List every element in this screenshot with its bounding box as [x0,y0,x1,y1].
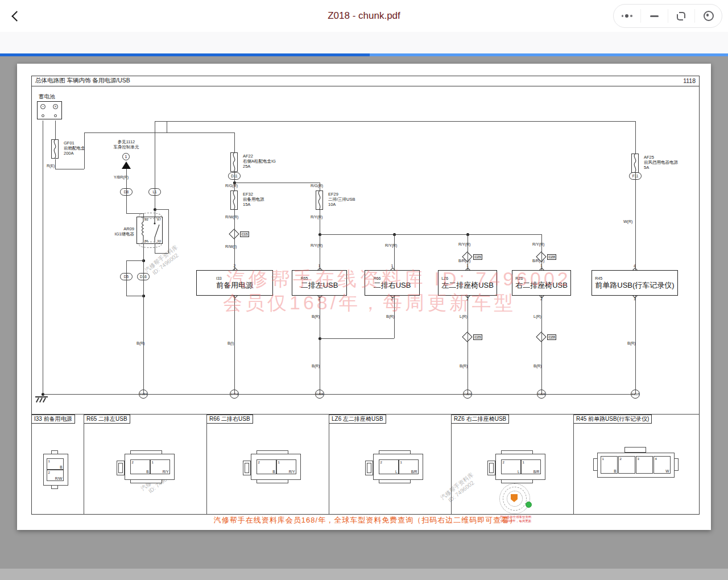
inline-connector-tag: CZ8 [547,334,556,340]
wire-color-label: B(R) [312,364,320,368]
component-box-R45: R45前单路USB(行车记录仪) [592,270,678,296]
wire-color-label: R/Y(R) [532,242,544,246]
wire [43,394,635,395]
wire [126,168,127,213]
battery-stud [42,114,44,117]
wire [573,414,574,515]
fuse-AF22 [230,152,238,172]
diagram-header: 总体电路图 车辆内饰 备用电源/USB 1118 [31,76,700,86]
panel-label: R65 二排左USB [84,415,130,424]
wire [635,296,636,394]
wire [234,183,320,183]
wire [84,414,84,515]
wire [126,260,143,261]
wire [394,234,395,270]
wire [167,121,167,132]
panel-label: R66 二排右USB [206,415,253,424]
wire-color-label: R/G(R) [311,184,323,188]
watermark-line1: 汽修帮手在线资料库 ID: 7496002 [226,266,571,292]
diagram-title: 总体电路图 车辆内饰 备用电源/USB [35,77,130,85]
wire [55,169,84,169]
stamp-green-dot [526,502,532,508]
fuse-EF29 [316,190,323,210]
wire [84,132,85,169]
wire [234,132,235,152]
inline-connector-tag: CZ8 [547,254,556,260]
wire [234,172,235,190]
wire [155,253,168,254]
wire-color-label: R/W(R) [225,215,238,219]
wire-color-label: R/Y(R) [311,243,322,247]
app-window: Z018 - chunk.pdf ↑ ↓ / 1 − [0,0,728,580]
ground-symbol-icon [35,396,48,403]
wire [320,210,320,270]
fuse-EF32 [230,190,238,210]
battery-symbol: − + [37,101,62,119]
wire [320,234,541,235]
reference-pin-circle: 1 [122,153,130,160]
pin-number-bottom: 1 [629,297,640,301]
wire [635,121,636,154]
battery-stud [54,114,57,117]
wire [43,121,43,394]
reference-note: 参见1112 车身控制单元 [96,139,157,150]
reference-arrow-icon [122,161,131,169]
panel-label: I33 前备用电源 [31,415,75,424]
wire-color-label: W(R) [623,219,632,223]
inline-connector-tag: C15 [240,231,249,237]
fuse-label-EF29: EF29二排/三排USB10A [328,192,355,207]
wire [155,121,155,218]
panel-label: RZ6 右二排座椅USB [451,415,509,424]
panel-label: LZ6 左二排座椅USB [329,415,386,424]
wire [84,132,234,133]
wire [329,414,329,515]
wire [155,121,635,122]
fuse-label-GF01: GF01前舱配电盒200A [64,141,85,156]
diagram-page-number: 1118 [683,77,696,84]
wire [55,159,56,169]
wire [320,338,394,339]
pdf-page: 总体电路图 车辆内饰 备用电源/USB 1118 汽修帮手资料库ID: 7496… [17,64,711,530]
footer-promo-text: 汽修帮手在线资料库会员168/年，全球车型资料免费查询（扫码右边二维码即可查看） [31,515,700,525]
relay-connector-dash [139,242,162,248]
wire [234,210,235,270]
wire-color-label: R/Y(R) [458,242,470,246]
wire-color-label: R/G(R) [225,184,238,188]
wire-color-label: B(I) [228,341,234,345]
inline-connector-tag: CZ5 [473,254,482,260]
relay-AR09: 85 87 86 30 [136,217,163,244]
fuse-label-EF32: EF32前备用电源15A [243,192,264,207]
wire [155,209,168,210]
relay-pin-87: 87 [157,218,161,221]
wire [451,414,452,515]
wire [126,296,143,296]
wire-color-label: L(R) [533,314,541,318]
connector-drawing: 2B1R/Y [243,453,325,498]
wire [320,183,320,190]
relay-connector-dash [139,213,162,219]
wire-color-label: B(R) [460,364,468,368]
wire-color-label: R(E) [47,164,55,168]
fuse-label-AF22: AF22右侧A柱配电盒IG25A [243,154,276,169]
connector-drawing: 1B2R/W [40,449,122,495]
wire [468,234,468,270]
battery-negative-terminal: − [40,104,46,109]
pdf-viewer-area[interactable]: 总体电路图 车辆内饰 备用电源/USB 1118 汽修帮手资料库ID: 7496… [0,56,728,580]
battery-positive-terminal: + [53,104,58,109]
wire [126,260,127,296]
connector-drawing: 2B1R/Y [117,453,199,498]
wire [635,173,636,270]
pin-number-top: 4 [629,264,640,268]
connector-drawing: 1B234W [597,447,680,492]
battery-label: 蓄电池 [39,93,55,101]
wire-color-label: B(R) [533,364,541,368]
wire [168,209,169,253]
wire [541,234,542,270]
watermark-line2: 会员仅168/年，每周更新车型 [223,290,516,316]
wire [55,121,56,139]
wire [31,414,700,415]
relay-label: AR09 IG1继电器 [101,226,134,237]
wire-color-label: R/Y(R) [311,215,322,219]
fuse-label-AF25: AF25前风挡用电器电源5A [644,155,678,170]
fuse-AF25 [631,154,639,173]
